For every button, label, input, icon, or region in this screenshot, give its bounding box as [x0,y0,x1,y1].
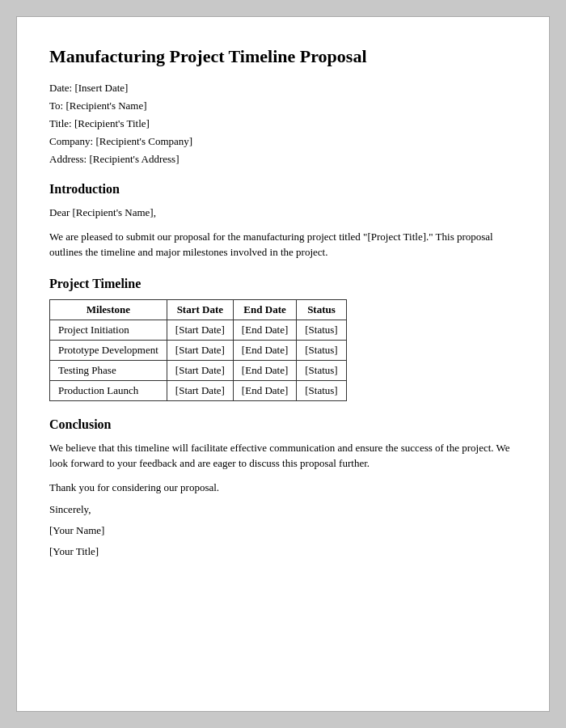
table-cell: [End Date] [233,380,296,400]
conclusion-body2: Thank you for considering our proposal. [49,480,517,496]
table-cell: [Status] [297,380,346,400]
col-header-start: Start Date [167,299,233,320]
col-header-milestone: Milestone [50,299,167,320]
table-cell: [End Date] [233,360,296,380]
closing-sincerely: Sincerely, [49,503,517,516]
meta-date: Date: [Insert Date] [49,82,517,95]
meta-company: Company: [Recipient's Company] [49,135,517,148]
timeline-table: Milestone Start Date End Date Status Pro… [49,299,347,401]
table-cell: [End Date] [233,340,296,360]
introduction-heading: Introduction [49,182,517,197]
table-cell: Project Initiation [50,320,167,340]
table-cell: [Status] [297,360,346,380]
table-cell: [Start Date] [167,380,233,400]
timeline-heading: Project Timeline [49,277,517,291]
document-title: Manufacturing Project Timeline Proposal [49,46,517,67]
table-cell: [Status] [297,340,346,360]
closing-title: [Your Title] [49,545,517,558]
col-header-status: Status [297,299,346,320]
table-cell: [Start Date] [167,320,233,340]
table-cell: [End Date] [233,320,296,340]
table-cell: Production Launch [50,380,167,400]
meta-title: Title: [Recipient's Title] [49,117,517,130]
table-cell: [Start Date] [167,360,233,380]
closing-name: [Your Name] [49,524,517,537]
conclusion-body1: We believe that this timeline will facil… [49,440,517,472]
introduction-body: We are pleased to submit our proposal fo… [49,229,517,260]
table-header-row: Milestone Start Date End Date Status [50,299,347,320]
table-cell: Testing Phase [50,360,167,380]
meta-to: To: [Recipient's Name] [49,99,517,112]
col-header-end: End Date [233,299,296,320]
table-cell: [Start Date] [167,340,233,360]
meta-address: Address: [Recipient's Address] [49,153,517,166]
introduction-salutation: Dear [Recipient's Name], [49,205,517,221]
table-cell: Prototype Development [50,340,167,360]
table-row: Project Initiation[Start Date][End Date]… [50,320,347,340]
table-cell: [Status] [297,320,346,340]
table-row: Prototype Development[Start Date][End Da… [50,340,347,360]
document-page: Manufacturing Project Timeline Proposal … [16,16,550,712]
conclusion-heading: Conclusion [49,417,517,432]
table-row: Production Launch[Start Date][End Date][… [50,380,347,400]
table-row: Testing Phase[Start Date][End Date][Stat… [50,360,347,380]
